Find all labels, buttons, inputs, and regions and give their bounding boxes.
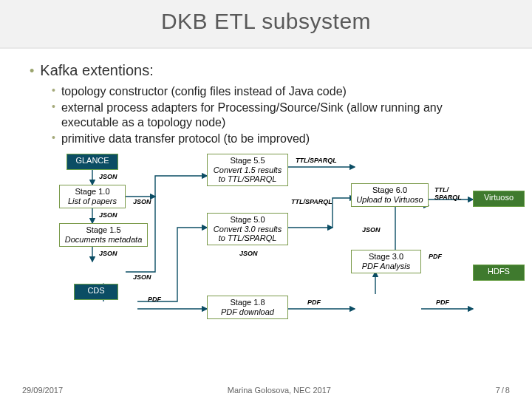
title-band: DKB ETL subsystem	[0, 0, 532, 49]
edge-label: PDF	[307, 299, 321, 306]
bullet-level1: • Kafka extentions:	[30, 62, 502, 80]
box-cds: CDS	[74, 284, 118, 300]
edge-label: PDF	[148, 296, 161, 303]
bullet-level2: • external process adapters for Processi…	[52, 100, 502, 130]
box-stage-5-5: Stage 5.5Convert 1.5 results to TTL/SPAR…	[207, 154, 288, 186]
footer-date: 29/09/2017	[22, 386, 63, 395]
content-area: • Kafka extentions: • topology construct…	[0, 49, 532, 316]
box-stage-1-5: Stage 1.5Documents metadata	[59, 223, 148, 247]
edge-label: PDF	[429, 253, 442, 260]
slide-title: DKB ETL subsystem	[0, 9, 532, 34]
edge-label: PDF	[436, 299, 449, 306]
bullet-l2-text: primitive data transfer protocol (to be …	[61, 132, 310, 146]
bullet-level2: • primitive data transfer protocol (to b…	[52, 132, 502, 146]
bullet-l2-text: topology constructor (config files inste…	[61, 84, 347, 99]
flow-diagram: GLANCE Stage 1.0List of papers Stage 1.5…	[59, 154, 488, 316]
edge-label: TTL/ SPARQL	[434, 186, 467, 201]
edge-label: TTL/SPARQL	[296, 157, 337, 164]
box-virtuoso: Virtuoso	[473, 191, 525, 207]
footer-page: 7/8	[496, 386, 510, 395]
bullet-dot-icon: •	[52, 100, 55, 130]
edge-label: JSON	[133, 198, 151, 205]
edge-label: JSON	[133, 273, 151, 281]
footer: 29/09/2017 Marina Golosova, NEC 2017 7/8	[0, 386, 532, 395]
edge-label: JSON	[99, 211, 117, 219]
edge-label: JSON	[362, 226, 381, 233]
edge-label: JSON	[99, 250, 117, 257]
bullet-dot-icon: •	[30, 62, 34, 80]
bullet-level2: • topology constructor (config files ins…	[52, 84, 502, 99]
bullet-l1-text: Kafka extentions:	[40, 62, 153, 80]
box-stage-3-0: Stage 3.0PDF Analysis	[351, 250, 421, 273]
edge-label: JSON	[239, 250, 258, 257]
footer-author: Marina Golosova, NEC 2017	[228, 386, 331, 395]
box-stage-1-8: Stage 1.8PDF download	[207, 296, 288, 319]
edge-label: TTL/SPARQL	[291, 198, 332, 205]
bullet-dot-icon: •	[52, 84, 55, 99]
box-stage-1-0: Stage 1.0List of papers	[59, 185, 126, 208]
box-glance: GLANCE	[66, 154, 118, 170]
box-stage-5-0: Stage 5.0Convert 3.0 results to TTL/SPAR…	[207, 213, 288, 245]
bullet-dot-icon: •	[52, 132, 55, 146]
box-hdfs: HDFS	[473, 265, 525, 281]
edge-label: JSON	[99, 173, 117, 180]
bullet-l2-text: external process adapters for Processing…	[61, 100, 502, 130]
box-stage-6-0: Stage 6.0Upload to Virtuoso	[351, 183, 429, 207]
